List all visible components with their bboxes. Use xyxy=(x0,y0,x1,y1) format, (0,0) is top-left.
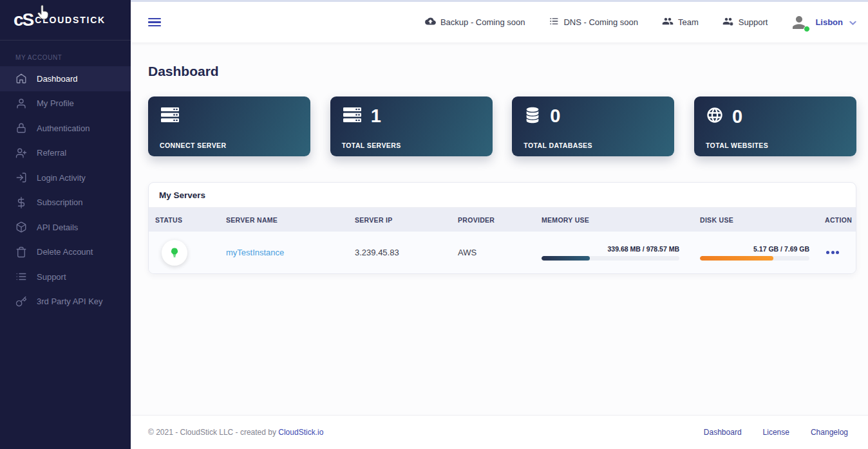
col-status: STATUS xyxy=(149,208,220,232)
col-provider: PROVIDER xyxy=(451,208,535,232)
user-plus-icon xyxy=(15,147,27,159)
lock-icon xyxy=(15,122,27,134)
database-icon xyxy=(524,106,542,126)
brand-logo-mark: cS xyxy=(14,10,33,30)
cloud-backup-icon xyxy=(425,17,436,28)
footer-links: Dashboard License Changelog xyxy=(704,428,848,437)
server-ip-cell: 3.239.45.83 xyxy=(348,232,451,273)
nav-team-label: Team xyxy=(678,17,699,27)
sidebar-item-label: Delete Account xyxy=(37,247,93,257)
sidebar-item-label: Referral xyxy=(37,148,66,158)
my-servers-panel: My Servers STATUS SERVER NAME SERVER IP … xyxy=(148,182,856,274)
connect-server-card[interactable]: CONNECT SERVER xyxy=(148,96,310,156)
nav-support[interactable]: Support xyxy=(722,17,768,28)
support-users-icon xyxy=(722,17,734,28)
sidebar-item-subscription[interactable]: Subscription xyxy=(0,190,131,215)
copyright-text: © 2021 - CloudStick LLC - created by Clo… xyxy=(148,428,323,437)
key-icon xyxy=(15,296,27,307)
sidebar-item-label: Dashboard xyxy=(37,74,78,84)
sidebar-item-label: My Profile xyxy=(37,98,74,108)
sidebar-item-delete-account[interactable]: Delete Account xyxy=(0,240,131,265)
login-icon xyxy=(15,172,27,183)
brand-logo[interactable]: cS CLOUDSTICK xyxy=(0,0,131,41)
col-memory-use: MEMORY USE xyxy=(535,208,693,232)
main-column: Backup - Coming soon DNS - Coming soon T… xyxy=(131,0,868,449)
sidebar-item-referral[interactable]: Referral xyxy=(0,141,131,166)
sidebar-item-label: Support xyxy=(37,272,66,282)
nav-backup[interactable]: Backup - Coming soon xyxy=(425,17,525,28)
sidebar-item-login-activity[interactable]: Login Activity xyxy=(0,165,131,190)
disk-progress-bar xyxy=(700,256,773,261)
server-name-link[interactable]: myTestInstance xyxy=(226,248,284,257)
page-title: Dashboard xyxy=(148,64,856,79)
table-row: myTestInstance 3.239.45.83 AWS 339.68 MB… xyxy=(149,232,856,273)
memory-progress-bar xyxy=(542,256,590,261)
content-area: Dashboard CONNECT SERVER 1 TOTAL SERVERS xyxy=(131,42,868,415)
top-header: Backup - Coming soon DNS - Coming soon T… xyxy=(131,0,868,42)
globe-icon xyxy=(706,106,724,127)
col-server-name: SERVER NAME xyxy=(220,208,348,232)
stat-cards-row: CONNECT SERVER 1 TOTAL SERVERS 0 TOTAL D… xyxy=(148,96,856,156)
dollar-icon xyxy=(15,197,27,208)
sidebar-item-dashboard[interactable]: Dashboard xyxy=(0,66,131,91)
card-label: TOTAL WEBSITES xyxy=(706,142,845,149)
memory-use-label: 339.68 MB / 978.57 MB xyxy=(542,245,679,253)
list-icon xyxy=(15,271,27,282)
online-status-dot xyxy=(804,26,810,32)
memory-use-cell: 339.68 MB / 978.57 MB xyxy=(535,232,693,273)
sidebar-item-label: Login Activity xyxy=(37,173,86,183)
nav-support-label: Support xyxy=(739,17,768,27)
user-icon xyxy=(15,98,27,109)
team-icon xyxy=(662,17,674,28)
nav-dns[interactable]: DNS - Coming soon xyxy=(549,17,638,28)
sidebar-item-label: API Details xyxy=(37,223,78,232)
col-server-ip: SERVER IP xyxy=(348,208,451,232)
card-value: 0 xyxy=(732,107,742,126)
disk-use-cell: 5.17 GB / 7.69 GB xyxy=(693,232,818,273)
card-value: 0 xyxy=(550,107,560,125)
footer-link-changelog[interactable]: Changelog xyxy=(811,428,848,437)
panel-title: My Servers xyxy=(149,183,856,208)
memory-progress-track xyxy=(542,256,679,261)
nav-team[interactable]: Team xyxy=(662,17,699,28)
copyright-label: © 2021 - CloudStick LLC - created by xyxy=(148,428,276,437)
card-label: TOTAL SERVERS xyxy=(342,142,481,149)
hamburger-menu-button[interactable] xyxy=(148,16,161,28)
sidebar-item-3rd-party-api-key[interactable]: 3rd Party API Key xyxy=(0,289,131,315)
cloudstick-io-link[interactable]: CloudStick.io xyxy=(278,428,323,437)
disk-use-label: 5.17 GB / 7.69 GB xyxy=(700,245,809,253)
total-databases-card: 0 TOTAL DATABASES xyxy=(512,96,674,156)
dns-list-icon xyxy=(549,17,559,28)
card-value: 1 xyxy=(371,107,381,125)
sidebar-item-label: Authentication xyxy=(37,124,90,133)
ellipsis-menu-button[interactable] xyxy=(825,247,840,258)
username-label: Lisbon xyxy=(815,17,843,27)
trash-icon xyxy=(15,246,27,258)
server-name-cell: myTestInstance xyxy=(220,232,348,273)
user-menu[interactable]: Lisbon xyxy=(789,13,856,32)
total-websites-card: 0 TOTAL WEBSITES xyxy=(694,96,856,156)
mouse-cursor-icon xyxy=(37,5,50,23)
col-action: ACTION xyxy=(818,208,856,232)
action-cell xyxy=(818,232,856,273)
sidebar-item-api-details[interactable]: API Details xyxy=(0,215,131,240)
provider-cell: AWS xyxy=(451,232,535,273)
sidebar-item-support[interactable]: Support xyxy=(0,264,131,289)
footer-link-dashboard[interactable]: Dashboard xyxy=(704,428,742,437)
sidebar-section-label: MY ACCOUNT xyxy=(15,54,131,61)
home-icon xyxy=(15,73,27,84)
package-icon xyxy=(15,221,27,233)
nav-dns-label: DNS - Coming soon xyxy=(563,17,638,27)
card-label: TOTAL DATABASES xyxy=(524,142,663,149)
sidebar-item-label: Subscription xyxy=(37,197,83,207)
col-disk-use: DISK USE xyxy=(693,208,818,232)
footer-link-license[interactable]: License xyxy=(763,428,789,437)
sidebar-item-authentication[interactable]: Authentication xyxy=(0,116,131,141)
sidebar: cS CLOUDSTICK MY ACCOUNT Dashboard My Pr… xyxy=(0,0,131,449)
sidebar-item-label: 3rd Party API Key xyxy=(37,297,103,306)
disk-progress-track xyxy=(700,256,809,261)
nav-backup-label: Backup - Coming soon xyxy=(440,17,525,27)
server-rack-icon xyxy=(342,106,363,126)
status-online-bulb-icon xyxy=(162,240,187,266)
sidebar-item-my-profile[interactable]: My Profile xyxy=(0,91,131,116)
